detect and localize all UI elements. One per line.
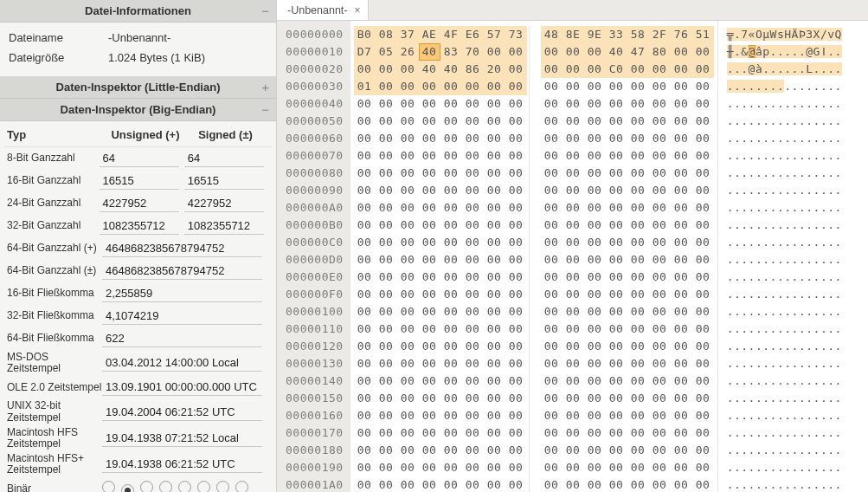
ascii-char[interactable]: . xyxy=(799,305,806,318)
ascii-char[interactable]: 3 xyxy=(806,28,813,41)
ascii-char[interactable]: . xyxy=(806,374,813,387)
hex-byte[interactable]: 00 xyxy=(541,78,563,95)
hex-byte[interactable]: 00 xyxy=(692,459,714,476)
ascii-char[interactable]: . xyxy=(827,114,834,127)
ascii-char[interactable]: . xyxy=(813,478,820,491)
hex-byte[interactable]: 00 xyxy=(541,459,563,476)
hex-byte[interactable]: 00 xyxy=(671,165,692,182)
hex-byte[interactable]: 00 xyxy=(606,269,627,286)
ascii-char[interactable]: . xyxy=(749,80,755,93)
ascii-char[interactable]: . xyxy=(727,426,734,439)
ascii-char[interactable]: . xyxy=(762,97,769,110)
ascii-char[interactable]: . xyxy=(806,443,813,456)
hex-byte[interactable]: 00 xyxy=(671,113,692,130)
hex-byte[interactable]: 00 xyxy=(440,130,462,147)
hex-byte[interactable]: 00 xyxy=(627,338,649,355)
hex-row[interactable]: 00000000000000000000000000000000 xyxy=(354,165,714,182)
ascii-char[interactable]: . xyxy=(727,409,734,422)
hex-byte[interactable]: 00 xyxy=(462,338,484,355)
hex-byte[interactable]: 00 xyxy=(584,147,606,165)
tab-unbenannt[interactable]: -Unbenannt- × xyxy=(277,0,369,20)
hex-byte[interactable]: E6 xyxy=(462,26,484,43)
ascii-char[interactable]: . xyxy=(777,340,784,353)
ascii-char[interactable]: . xyxy=(799,478,806,491)
hex-byte[interactable]: 00 xyxy=(397,338,419,355)
ascii-char[interactable]: . xyxy=(777,305,784,318)
ascii-char[interactable]: . xyxy=(813,132,820,145)
ascii-row[interactable]: ................ xyxy=(727,113,842,130)
hex-byte[interactable]: 00 xyxy=(505,130,527,147)
hex-byte[interactable]: 00 xyxy=(484,95,505,113)
hex-byte[interactable]: 00 xyxy=(563,147,584,165)
ascii-char[interactable]: . xyxy=(835,166,842,179)
hex-byte[interactable]: 00 xyxy=(440,182,462,199)
hex-byte[interactable]: 00 xyxy=(692,251,714,269)
hex-byte[interactable]: 00 xyxy=(606,199,627,217)
hex-byte[interactable]: 00 xyxy=(692,407,714,424)
ascii-char[interactable]: . xyxy=(813,149,820,162)
ascii-char[interactable]: . xyxy=(777,443,784,456)
hex-byte[interactable]: 00 xyxy=(440,459,462,476)
hex-byte[interactable]: 00 xyxy=(563,130,584,147)
ascii-char[interactable]: . xyxy=(835,236,842,249)
ascii-char[interactable]: Ä xyxy=(792,28,799,41)
hex-byte[interactable]: 00 xyxy=(505,43,527,61)
ascii-char[interactable]: . xyxy=(827,305,834,318)
hex-byte[interactable]: 00 xyxy=(419,217,440,234)
ascii-char[interactable]: . xyxy=(762,374,769,387)
hex-byte[interactable]: 00 xyxy=(376,217,397,234)
ascii-char[interactable]: . xyxy=(727,201,734,214)
ascii-char[interactable]: . xyxy=(827,80,834,93)
ascii-char[interactable]: . xyxy=(784,478,791,491)
hex-byte[interactable]: 00 xyxy=(541,113,563,130)
hex-byte[interactable]: 00 xyxy=(563,390,584,407)
hex-byte[interactable]: 00 xyxy=(354,147,376,165)
ascii-char[interactable]: . xyxy=(820,236,827,249)
hex-byte[interactable]: 00 xyxy=(541,269,563,286)
ascii-char[interactable]: « xyxy=(749,28,755,41)
hex-byte[interactable]: 00 xyxy=(584,459,606,476)
hex-byte[interactable]: 00 xyxy=(419,199,440,217)
ascii-char[interactable]: . xyxy=(749,97,755,110)
hex-row[interactable]: 00000000000000000000000000000000 xyxy=(354,390,714,407)
ascii-char[interactable]: . xyxy=(770,392,777,405)
hex-byte[interactable]: 00 xyxy=(649,199,671,217)
ascii-char[interactable]: . xyxy=(770,218,777,231)
hex-byte[interactable]: 00 xyxy=(563,61,584,78)
ascii-char[interactable]: . xyxy=(820,62,827,75)
ascii-char[interactable]: . xyxy=(820,218,827,231)
ascii-char[interactable]: . xyxy=(813,461,820,474)
hex-byte[interactable]: 00 xyxy=(627,355,649,372)
ascii-char[interactable]: . xyxy=(749,270,755,283)
ascii-char[interactable]: . xyxy=(727,357,734,370)
ascii-char[interactable]: . xyxy=(770,45,777,58)
di-unsigned-value[interactable]: 16515 xyxy=(100,172,179,190)
ascii-char[interactable]: . xyxy=(827,478,834,491)
ascii-char[interactable]: . xyxy=(799,288,806,301)
ascii-char[interactable]: . xyxy=(741,236,748,249)
ascii-char[interactable]: . xyxy=(813,340,820,353)
hex-byte[interactable]: 00 xyxy=(606,78,627,95)
ascii-char[interactable]: . xyxy=(806,132,813,145)
ascii-char[interactable]: . xyxy=(777,114,784,127)
ascii-char[interactable]: . xyxy=(727,166,734,179)
ascii-char[interactable]: @ xyxy=(806,45,813,58)
ascii-char[interactable]: . xyxy=(835,218,842,231)
ascii-char[interactable]: . xyxy=(741,443,748,456)
ascii-char[interactable]: . xyxy=(806,426,813,439)
hex-byte[interactable]: 00 xyxy=(419,355,440,372)
hex-byte[interactable]: 00 xyxy=(376,320,397,338)
binary-bit-radio[interactable] xyxy=(140,481,153,493)
hex-byte[interactable]: 00 xyxy=(354,217,376,234)
ascii-char[interactable]: H xyxy=(784,28,791,41)
ascii-char[interactable]: . xyxy=(799,461,806,474)
ascii-char[interactable]: . xyxy=(806,184,813,197)
ascii-char[interactable]: . xyxy=(770,62,777,75)
ascii-char[interactable]: . xyxy=(749,461,755,474)
ascii-char[interactable]: . xyxy=(770,166,777,179)
ascii-row[interactable]: ................ xyxy=(727,147,842,165)
hex-byte[interactable]: 00 xyxy=(484,476,505,492)
hex-byte[interactable]: 00 xyxy=(376,442,397,459)
ascii-char[interactable]: . xyxy=(784,149,791,162)
ascii-char[interactable]: . xyxy=(806,478,813,491)
